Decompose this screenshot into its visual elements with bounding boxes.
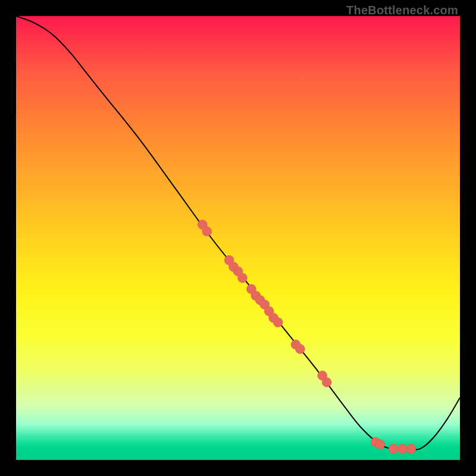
data-point (397, 444, 407, 453)
data-point (273, 318, 283, 327)
bottleneck-curve (16, 16, 460, 450)
data-point (295, 345, 305, 354)
data-point (202, 227, 212, 236)
data-point (389, 444, 398, 453)
data-point (375, 440, 385, 449)
data-point (406, 444, 416, 453)
data-point (237, 273, 247, 283)
data-point (322, 377, 331, 387)
data-points-group (198, 220, 416, 454)
watermark-text: TheBottleneck.com (346, 4, 458, 17)
chart-svg (16, 16, 460, 460)
